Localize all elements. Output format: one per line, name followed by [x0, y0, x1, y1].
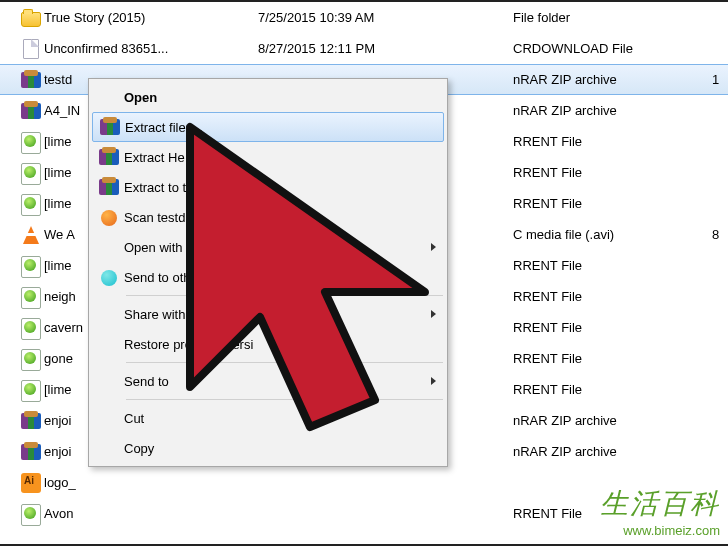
menu-send-other-label: Send to other dev	[124, 270, 436, 285]
rar-icon	[21, 70, 41, 90]
menu-separator	[126, 295, 443, 296]
file-type: nRAR ZIP archive	[513, 103, 712, 118]
menu-share-with[interactable]: Share with	[92, 299, 444, 329]
scan-icon	[101, 210, 117, 226]
menu-cut-label: Cut	[124, 411, 436, 426]
menu-open[interactable]: Open	[92, 82, 444, 112]
winrar-icon	[99, 177, 119, 197]
file-type: C media file (.avi)	[513, 227, 712, 242]
watermark-text: 生活百科	[600, 485, 720, 523]
menu-send-to-label: Send to	[124, 374, 431, 389]
menu-separator	[126, 399, 443, 400]
menu-share-with-label: Share with	[124, 307, 431, 322]
file-type: RRENT File	[513, 196, 712, 211]
file-type: RRENT File	[513, 258, 712, 273]
menu-extract-files-label: Extract files...	[125, 120, 435, 135]
menu-restore-label: Restore previous versi	[124, 337, 436, 352]
file-type: RRENT File	[513, 351, 712, 366]
menu-extract-here[interactable]: Extract He	[92, 142, 444, 172]
vlc-icon	[23, 226, 39, 244]
file-date: 7/25/2015 10:39 AM	[258, 10, 513, 25]
file-size-fragment: 1	[712, 72, 728, 87]
rar-icon	[21, 101, 41, 121]
file-type: nRAR ZIP archive	[513, 413, 712, 428]
file-date: 8/27/2015 12:11 PM	[258, 41, 513, 56]
torrent-icon	[21, 504, 41, 524]
send-device-icon	[101, 270, 117, 286]
torrent-icon	[21, 287, 41, 307]
menu-send-other[interactable]: Send to other dev	[92, 262, 444, 292]
rar-icon	[21, 411, 41, 431]
file-type: RRENT File	[513, 289, 712, 304]
torrent-icon	[21, 163, 41, 183]
file-size-fragment: 8	[712, 227, 728, 242]
menu-open-label: Open	[124, 90, 436, 105]
submenu-arrow-icon	[431, 310, 436, 318]
file-type: RRENT File	[513, 165, 712, 180]
menu-copy-label: Copy	[124, 441, 436, 456]
torrent-icon	[21, 132, 41, 152]
torrent-icon	[21, 349, 41, 369]
file-name: True Story (2015)	[44, 10, 258, 25]
menu-send-to[interactable]: Send to	[92, 366, 444, 396]
file-type: RRENT File	[513, 382, 712, 397]
file-name: Avon	[44, 506, 258, 521]
menu-restore[interactable]: Restore previous versi	[92, 329, 444, 359]
menu-scan[interactable]: Scan testdisk-	[92, 202, 444, 232]
file-type: CRDOWNLOAD File	[513, 41, 712, 56]
submenu-arrow-icon	[431, 243, 436, 251]
file-row[interactable]: Unconfirmed 83651...8/27/2015 12:11 PMCR…	[0, 33, 728, 64]
menu-cut[interactable]: Cut	[92, 403, 444, 433]
file-row[interactable]: True Story (2015)7/25/2015 10:39 AMFile …	[0, 2, 728, 33]
ai-icon	[21, 473, 41, 493]
torrent-icon	[21, 318, 41, 338]
menu-separator	[126, 362, 443, 363]
rar-icon	[21, 442, 41, 462]
watermark-url: www.bimeiz.com	[600, 523, 720, 538]
file-type: RRENT File	[513, 320, 712, 335]
file-icon	[23, 39, 39, 59]
menu-open-with[interactable]: Open with	[92, 232, 444, 262]
torrent-icon	[21, 194, 41, 214]
file-type: nRAR ZIP archive	[513, 72, 712, 87]
file-name: Unconfirmed 83651...	[44, 41, 258, 56]
winrar-icon	[99, 147, 119, 167]
menu-extract-here-label: Extract He	[124, 150, 436, 165]
submenu-arrow-icon	[431, 377, 436, 385]
menu-scan-label: Scan testdisk-	[124, 210, 436, 225]
menu-copy[interactable]: Copy	[92, 433, 444, 463]
torrent-icon	[21, 380, 41, 400]
menu-extract-to[interactable]: Extract to te	[92, 172, 444, 202]
winrar-icon	[100, 117, 120, 137]
context-menu: Open Extract files... Extract He Extract…	[88, 78, 448, 467]
torrent-icon	[21, 256, 41, 276]
watermark: 生活百科 www.bimeiz.com	[600, 485, 720, 538]
file-type: File folder	[513, 10, 712, 25]
file-type: RRENT File	[513, 134, 712, 149]
folder-icon	[21, 12, 41, 27]
file-name: logo_	[44, 475, 258, 490]
file-type: nRAR ZIP archive	[513, 444, 712, 459]
menu-open-with-label: Open with	[124, 240, 431, 255]
menu-extract-files[interactable]: Extract files...	[92, 112, 444, 142]
menu-extract-to-label: Extract to te	[124, 180, 436, 195]
